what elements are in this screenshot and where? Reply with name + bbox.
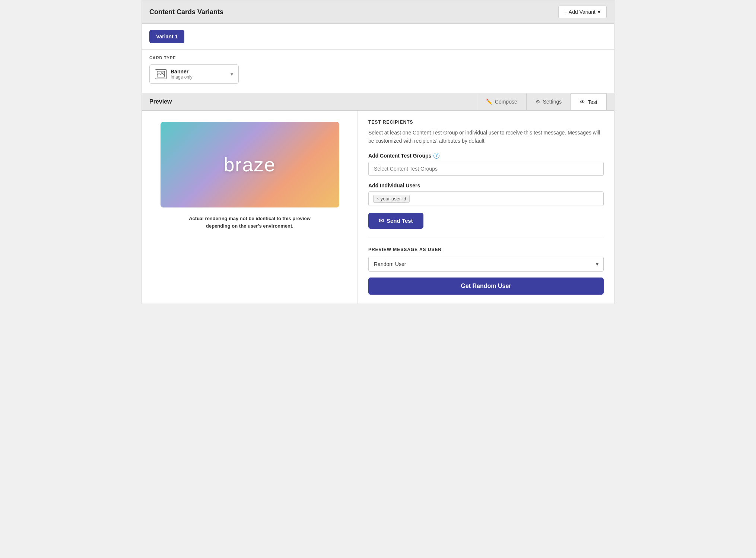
tab-compose[interactable]: ✏️ Compose bbox=[477, 93, 526, 110]
top-header: Content Cards Variants + Add Variant ▾ bbox=[142, 0, 614, 24]
individual-users-input[interactable]: × your-user-id bbox=[368, 191, 604, 206]
variant-area: Variant 1 bbox=[142, 24, 614, 50]
individual-users-label: Add Individual Users bbox=[368, 183, 604, 188]
card-type-section-label: CARD TYPE bbox=[149, 56, 607, 60]
page-title: Content Cards Variants bbox=[149, 8, 223, 16]
card-type-subname: Image only bbox=[171, 74, 193, 80]
content-test-group-label: Add Content Test Groups ? bbox=[368, 153, 604, 159]
main-content: braze Actual rendering may not be identi… bbox=[142, 111, 614, 304]
send-test-button[interactable]: ✉ Send Test bbox=[368, 213, 423, 229]
preview-label: Preview bbox=[149, 93, 477, 110]
tab-nav: ✏️ Compose ⚙ Settings 👁 Test bbox=[477, 93, 607, 110]
add-variant-chevron: ▾ bbox=[598, 9, 600, 15]
settings-tab-label: Settings bbox=[543, 99, 562, 105]
preview-disclaimer: Actual rendering may not be identical to… bbox=[183, 215, 317, 229]
user-tag-value: your-user-id bbox=[380, 196, 406, 202]
mail-icon: ✉ bbox=[379, 217, 384, 224]
gear-icon: ⚙ bbox=[536, 99, 540, 105]
add-variant-button[interactable]: + Add Variant ▾ bbox=[558, 6, 607, 18]
card-type-dropdown[interactable]: Banner Image only ▾ bbox=[149, 64, 239, 84]
preview-tab-header: Preview ✏️ Compose ⚙ Settings 👁 Test bbox=[142, 93, 614, 111]
card-type-section: CARD TYPE Banner Image only ▾ bbox=[142, 50, 614, 93]
random-user-select[interactable]: Random User Specific User bbox=[368, 257, 604, 272]
user-select-wrapper: Random User Specific User ▾ bbox=[368, 257, 604, 272]
banner-preview-image: braze bbox=[161, 122, 339, 207]
help-icon: ? bbox=[433, 153, 439, 159]
test-tab-label: Test bbox=[588, 99, 597, 105]
preview-panel: braze Actual rendering may not be identi… bbox=[142, 111, 358, 304]
divider bbox=[368, 238, 604, 238]
user-tag-remove[interactable]: × bbox=[377, 196, 379, 201]
compose-tab-label: Compose bbox=[495, 99, 517, 105]
content-test-group-input[interactable] bbox=[368, 162, 604, 176]
svg-point-1 bbox=[162, 72, 163, 74]
get-random-user-button[interactable]: Get Random User bbox=[368, 278, 604, 295]
test-panel: TEST RECIPIENTS Select at least one Cont… bbox=[358, 111, 614, 304]
tab-settings[interactable]: ⚙ Settings bbox=[526, 93, 571, 110]
pencil-icon: ✏️ bbox=[486, 99, 492, 105]
variant-1-tab[interactable]: Variant 1 bbox=[149, 30, 184, 43]
preview-user-section: PREVIEW MESSAGE AS USER Random User Spec… bbox=[368, 247, 604, 295]
preview-user-section-title: PREVIEW MESSAGE AS USER bbox=[368, 247, 604, 252]
card-type-name: Banner bbox=[171, 69, 193, 74]
eye-icon: 👁 bbox=[580, 99, 585, 105]
card-type-left: Banner Image only bbox=[155, 69, 193, 80]
add-variant-label: + Add Variant bbox=[565, 9, 595, 15]
card-type-chevron: ▾ bbox=[231, 71, 233, 77]
card-type-info: Banner Image only bbox=[171, 69, 193, 80]
send-test-label: Send Test bbox=[387, 218, 413, 224]
user-tag: × your-user-id bbox=[373, 195, 410, 203]
braze-logo: braze bbox=[223, 153, 276, 176]
test-recipients-description: Select at least one Content Test Group o… bbox=[368, 129, 604, 145]
card-type-icon bbox=[155, 69, 167, 79]
test-recipients-title: TEST RECIPIENTS bbox=[368, 120, 604, 125]
tab-test[interactable]: 👁 Test bbox=[571, 93, 607, 110]
